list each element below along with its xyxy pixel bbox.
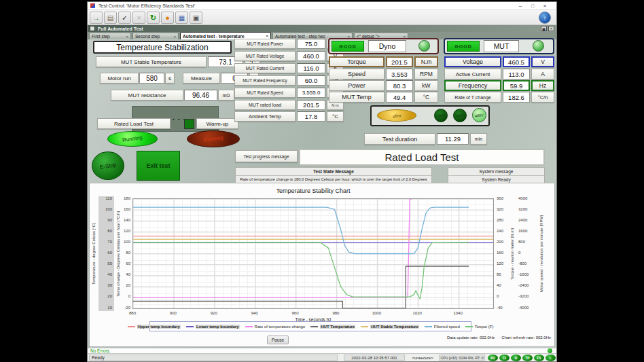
resistance-label: MUT resistance: [111, 90, 183, 101]
plot-area[interactable]: [132, 198, 494, 309]
status-badge: I/O: [488, 355, 498, 361]
axis-tick: 960: [285, 311, 306, 316]
cascade-windows-icon[interactable]: ▣: [190, 12, 202, 24]
open-icon[interactable]: ▤: [104, 12, 117, 24]
tab-second-step[interactable]: Second step×: [132, 33, 179, 39]
tab-close-icon[interactable]: ×: [173, 35, 176, 39]
refresh-icon[interactable]: ↻: [147, 12, 160, 24]
rated-load-test-label: Rated Load Test: [97, 118, 171, 129]
mut-row-label: Rate of T change: [444, 92, 501, 103]
axis-tick: 0: [497, 294, 510, 299]
legend-item[interactable]: Filtered speed: [425, 325, 460, 329]
axis-tick: -1600: [518, 272, 537, 277]
chart-rates: Data update rate: 002.0Hz Chart refresh …: [447, 334, 551, 341]
stop-icon[interactable]: ●: [161, 12, 174, 24]
axis-tick: 880: [122, 311, 143, 316]
run-icon[interactable]: →: [90, 12, 103, 24]
test-state-panel: Test State Message Rate of temperature c…: [235, 167, 432, 183]
legend-item[interactable]: Torque (F): [465, 325, 494, 329]
edit-icon[interactable]: ✓: [118, 12, 131, 24]
legend-item[interactable]: Rate of temperature change: [245, 325, 306, 329]
voltage-400-button[interactable]: 400V: [453, 109, 467, 122]
legend-item[interactable]: Upper temp boundary: [128, 325, 181, 329]
voltage-480-button[interactable]: 480V: [472, 108, 486, 122]
mut-row-unit: V: [531, 56, 554, 67]
mut-led-indicator: [533, 40, 544, 52]
test-progress-display: Rated Load Test: [299, 149, 545, 166]
mut-status-indicator: GOOD: [447, 41, 480, 52]
xfmr-indicator[interactable]: xfmr: [377, 109, 416, 122]
test-duration-value: 11.29: [437, 133, 469, 145]
axis-tick: 280: [497, 218, 510, 223]
tab-close-icon[interactable]: ×: [266, 34, 268, 38]
legend-swatch: [245, 326, 253, 327]
error-strip: No Errors.: [88, 348, 556, 353]
rated-param-value: 60.0: [297, 75, 325, 86]
legend-swatch: [310, 326, 318, 327]
close-button[interactable]: ×: [540, 2, 550, 10]
axis-tick: 240: [497, 229, 510, 234]
axis-tick: 70: [98, 240, 112, 245]
error-status-icon: [548, 348, 552, 353]
axis-tick: 40: [497, 283, 510, 288]
legend-label: Torque (F): [475, 325, 494, 329]
tab-close-icon[interactable]: ×: [126, 35, 128, 39]
test-title: Temperature Stabilization: [93, 41, 232, 54]
axis-tick: 160: [119, 207, 130, 212]
axis-tick: 920: [204, 311, 224, 316]
axis-tick: 4000: [518, 196, 537, 201]
estop-button[interactable]: E-Stop: [92, 151, 124, 180]
mut-row-unit: Hz: [531, 80, 554, 91]
maximize-button[interactable]: □: [528, 2, 537, 10]
legend-item[interactable]: Lower temp boundary: [186, 325, 240, 329]
legend-item[interactable]: HUT Temperature: [310, 325, 355, 329]
warmup-running-indicator: Running: [187, 130, 240, 147]
axis-tick: 20: [98, 294, 112, 299]
legend-label: Rate of temperature change: [255, 325, 306, 329]
axis-tick: -4000: [518, 306, 537, 310]
app-icon: [90, 3, 95, 8]
pause-button[interactable]: Pause: [267, 336, 289, 344]
axis-tick: 120: [119, 229, 130, 234]
axis-tick: 900: [163, 311, 183, 316]
dyno-row-unit: N.m: [414, 56, 438, 67]
axis-tick: 110: [98, 196, 112, 201]
legend-item[interactable]: HUT Stable Temperature: [361, 325, 419, 329]
grid-icon[interactable]: ▦: [175, 12, 188, 24]
child-restore-icon[interactable]: ▣: [541, 26, 547, 31]
abort-icon[interactable]: ×: [132, 12, 145, 24]
warmup-checkbox[interactable]: [184, 119, 194, 129]
voltage-230-button[interactable]: 230V: [434, 109, 448, 122]
series-rate-of-temperature-change: [133, 199, 412, 297]
system-message-header: System message: [448, 168, 544, 176]
dyno-row-value: 201.5: [386, 56, 413, 67]
minimize-button[interactable]: –: [516, 2, 525, 10]
tab-first-step[interactable]: First step×: [89, 33, 131, 39]
axis-tick: 10: [98, 306, 112, 310]
chart-legend: Upper temp boundaryLower temp boundaryRa…: [149, 321, 471, 331]
axis-tick: 1040: [448, 311, 468, 316]
dyno-row-unit: kW: [414, 80, 438, 91]
axis-tick: 90: [98, 218, 112, 223]
child-close-icon[interactable]: ×: [548, 26, 554, 31]
timestamp: 2022-03-28 10:35:57.001: [344, 355, 405, 361]
axis-tick: 360: [497, 196, 510, 201]
title-bar: Test Control: 'Motor Efficiency Standard…: [88, 2, 556, 10]
chart-refresh-rate: Chart refresh rate: 002.0Hz: [501, 336, 551, 340]
dyno-led-indicator: [418, 40, 430, 52]
measure-label: Measure: [183, 73, 220, 84]
chart-panel: Temperature Stability Chart Temperature …: [89, 183, 555, 347]
help-icon[interactable]: ↑: [539, 12, 551, 24]
axis-tick: 40: [119, 272, 130, 277]
axis-tick: 80: [497, 272, 510, 277]
axis-tick: 200: [497, 240, 510, 245]
dyno-row-label: Power: [329, 80, 384, 91]
rated-param-value: 201.5: [297, 100, 325, 110]
security-status: <unsecure>: [408, 355, 437, 361]
motor-run-label: Motor run: [100, 73, 139, 84]
dyno-row-value: 49.4: [386, 92, 413, 103]
system-message-text: System Ready: [448, 176, 544, 183]
legend-label: HUT Temperature: [320, 325, 355, 329]
test-progress-label: Test progress message: [235, 150, 298, 162]
exit-test-button[interactable]: Exit test: [137, 151, 180, 181]
